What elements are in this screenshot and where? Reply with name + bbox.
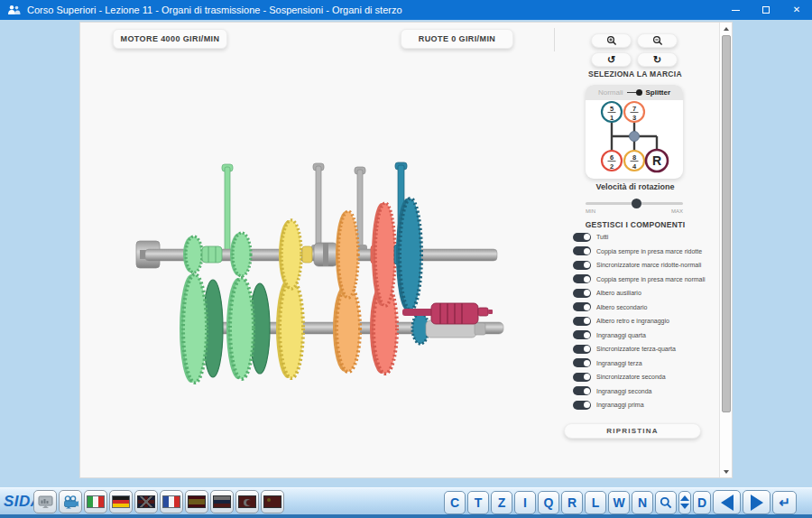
gear-reverse[interactable]: R [646, 150, 668, 171]
uk-flag-icon [137, 495, 155, 508]
svg-text:8: 8 [632, 153, 636, 162]
language-chinese-button[interactable] [261, 490, 284, 513]
china-flag-icon [263, 495, 281, 508]
toggle-knob [584, 234, 590, 240]
speed-slider-thumb[interactable] [632, 199, 641, 208]
toggle-sincro-terza-quarta[interactable] [573, 345, 591, 354]
key-n-button[interactable]: N [632, 491, 653, 514]
component-row-coppia-normali: Coppia sempre in presa marce normali [573, 273, 719, 287]
title-bar: Corso Superiori - Lezione 11 - Organi di… [0, 0, 812, 20]
zoom-out-button[interactable] [637, 33, 678, 48]
language-german-button[interactable] [109, 490, 133, 513]
language-english-button[interactable] [134, 490, 158, 513]
toggle-ingranaggi-terza[interactable] [573, 358, 591, 367]
shift-pattern-diagram[interactable]: 5 1 7 3 6 2 8 4 [586, 100, 683, 179]
language-russian-button[interactable] [210, 490, 234, 513]
mode-splitter-label[interactable]: Splitter [646, 88, 671, 97]
component-label: Sincronizzatore terza-quarta [596, 346, 676, 352]
previous-button[interactable] [713, 490, 741, 514]
toggle-sincro-seconda[interactable] [573, 373, 591, 382]
toggle-knob [584, 276, 590, 282]
toggle-albero-secondario[interactable] [573, 302, 591, 311]
zoom-in-button[interactable] [591, 33, 632, 48]
arrow-left-icon [721, 495, 734, 511]
toggle-coppia-ridotte[interactable] [573, 246, 591, 255]
key-q-button[interactable]: Q [538, 491, 559, 514]
language-french-button[interactable] [160, 490, 183, 513]
component-row-ingranaggi-quarta: Ingranaggi quarta [573, 328, 719, 343]
maximize-button[interactable] [751, 0, 781, 20]
simulation-button[interactable] [33, 490, 57, 513]
component-label: Ingranaggi prima [596, 402, 644, 408]
scroll-down-icon [724, 470, 729, 474]
close-icon: ✕ [793, 5, 800, 14]
toggle-tutti[interactable] [573, 233, 591, 242]
gear-6-2[interactable]: 6 2 [602, 151, 622, 171]
toggle-knob [584, 290, 590, 296]
language-turkish-button[interactable] [235, 490, 259, 513]
toggle-coppia-normali[interactable] [573, 274, 591, 283]
mode-normali-label[interactable]: Normali [598, 88, 623, 97]
minimize-icon [732, 10, 740, 11]
rotate-left-icon: ↺ [607, 55, 615, 65]
key-z-button[interactable]: Z [491, 491, 512, 514]
spain-flag-icon [188, 495, 206, 508]
rotate-left-button[interactable]: ↺ [591, 52, 632, 67]
arrow-right-icon [751, 495, 763, 511]
gear-selector-panel: Normali Splitter 5 1 7 [586, 85, 683, 179]
svg-text:R: R [652, 153, 661, 168]
toggle-albero-ausiliario[interactable] [573, 289, 591, 298]
russia-flag-icon [213, 495, 231, 508]
france-flag-icon [162, 495, 180, 508]
language-italian-button[interactable] [84, 490, 107, 513]
rotate-right-icon: ↻ [653, 55, 661, 65]
toggle-knob [584, 262, 590, 268]
next-button[interactable] [743, 490, 770, 514]
scroll-up-button[interactable] [720, 23, 732, 34]
toggle-ingranaggi-quarta[interactable] [573, 330, 591, 339]
component-label: Ingranaggi quarta [596, 332, 646, 338]
gear-7-3[interactable]: 7 3 [624, 102, 644, 122]
close-button[interactable]: ✕ [781, 0, 812, 20]
toggle-sincro-ridotte[interactable] [573, 261, 591, 270]
spinner-button[interactable] [678, 491, 691, 514]
search-button[interactable] [655, 491, 677, 514]
svg-text:7: 7 [632, 105, 636, 113]
shift-knob[interactable] [630, 132, 640, 142]
components-section-title: GESTISCI I COMPONENTI [567, 220, 703, 229]
toggle-albero-retro[interactable] [573, 317, 591, 326]
component-row-ingranaggi-terza: Ingranaggi terza [573, 356, 719, 371]
gear-8-4[interactable]: 8 4 [624, 151, 644, 171]
key-c-button[interactable]: C [444, 491, 466, 514]
component-row-tutti: Tutti [573, 230, 719, 245]
wheels-rpm-button[interactable]: RUOTE 0 GIRI/MIN [401, 29, 513, 49]
gear-5-1[interactable]: 5 1 [602, 102, 622, 122]
video-button[interactable] [59, 490, 82, 513]
toggle-ingranaggi-prima[interactable] [573, 401, 591, 410]
language-spanish-button[interactable] [185, 490, 208, 513]
key-i-button[interactable]: I [514, 491, 536, 514]
vertical-scrollbar[interactable] [719, 23, 732, 477]
scroll-down-button[interactable] [720, 466, 732, 477]
toggle-knob [584, 304, 590, 310]
rotate-right-button[interactable]: ↻ [637, 52, 678, 67]
svg-text:3: 3 [632, 114, 636, 122]
engine-rpm-button[interactable]: MOTORE 4000 GIRI/MIN [113, 29, 227, 49]
header-divider [554, 28, 555, 51]
component-row-albero-ausiliario: Albero ausiliario [573, 286, 719, 301]
key-w-button[interactable]: W [608, 491, 630, 514]
key-d-button[interactable]: D [693, 491, 711, 514]
key-l-button[interactable]: L [585, 491, 606, 514]
germany-flag-icon [112, 495, 130, 508]
italy-flag-icon [87, 495, 105, 508]
reset-button[interactable]: RIPRISTINA [564, 423, 701, 439]
minimize-button[interactable] [720, 0, 751, 20]
scrollbar-thumb[interactable] [722, 35, 731, 412]
monitor-icon [38, 495, 53, 509]
toggle-ingranaggi-seconda[interactable] [573, 386, 591, 395]
key-t-button[interactable]: T [467, 491, 489, 514]
speed-slider[interactable] [586, 198, 683, 208]
key-r-button[interactable]: R [561, 491, 583, 514]
enter-button[interactable]: ↵ [772, 491, 797, 514]
mode-toggle[interactable] [627, 89, 642, 97]
